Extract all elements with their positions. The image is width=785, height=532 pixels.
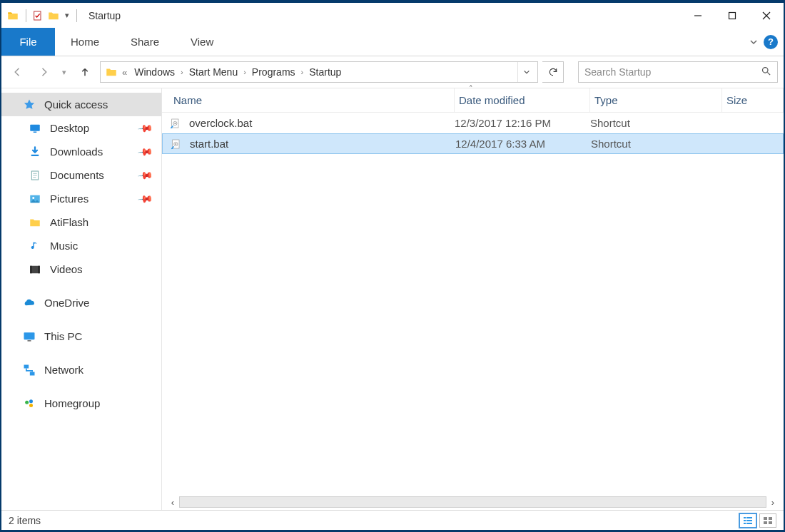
forward-button[interactable]	[33, 61, 54, 83]
star-icon	[21, 97, 37, 113]
monitor-icon	[21, 329, 37, 344]
column-size[interactable]: Size	[722, 88, 784, 112]
svg-point-31	[175, 143, 176, 145]
qat-newfolder-icon[interactable]	[46, 9, 61, 23]
nav-videos[interactable]: Videos	[1, 257, 161, 281]
music-icon	[27, 238, 43, 254]
search-box[interactable]	[578, 61, 778, 83]
nav-label: Music	[50, 240, 78, 252]
svg-rect-7	[30, 124, 40, 131]
up-button[interactable]	[74, 61, 96, 83]
pin-icon: 📌	[137, 120, 153, 136]
scroll-right-button[interactable]: ›	[766, 497, 779, 508]
address-dropdown[interactable]	[517, 62, 535, 82]
help-button[interactable]: ?	[764, 35, 778, 49]
address-bar[interactable]: « Windows › Start Menu › Programs › Star…	[100, 61, 538, 83]
pin-icon: 📌	[137, 167, 153, 183]
overflow-chevron-icon[interactable]: «	[122, 67, 127, 78]
window-title: Startup	[81, 10, 121, 21]
separator	[76, 9, 77, 22]
file-row[interactable]: overclock.bat 12/3/2017 12:16 PM Shortcu…	[162, 113, 784, 133]
qat-properties-icon[interactable]	[31, 9, 45, 23]
large-icons-view-button[interactable]	[759, 513, 776, 528]
shortcut-file-icon	[169, 117, 182, 130]
navigation-row: ▾ « Windows › Start Menu › Programs › St…	[1, 56, 784, 88]
back-button[interactable]	[7, 61, 29, 83]
refresh-button[interactable]	[542, 61, 564, 83]
qat-customize-dropdown[interactable]: ▾	[65, 11, 69, 20]
scroll-track[interactable]	[179, 496, 766, 508]
nav-downloads[interactable]: Downloads 📌	[1, 140, 161, 163]
folder-icon	[27, 215, 43, 230]
column-name[interactable]: Name	[169, 88, 455, 112]
minimize-button[interactable]	[681, 3, 715, 28]
file-name: overclock.bat	[189, 117, 252, 129]
file-tab[interactable]: File	[1, 28, 55, 56]
nav-label: AtiFlash	[50, 216, 88, 228]
svg-rect-19	[24, 332, 35, 339]
svg-rect-8	[34, 131, 37, 133]
file-row[interactable]: start.bat 12/4/2017 6:33 AM Shortcut	[162, 133, 784, 154]
nav-label: Homegroup	[44, 397, 100, 409]
file-rows[interactable]: overclock.bat 12/3/2017 12:16 PM Shortcu…	[162, 113, 784, 494]
nav-documents[interactable]: Documents 📌	[1, 163, 161, 187]
svg-rect-32	[744, 517, 746, 518]
nav-label: Desktop	[50, 122, 89, 134]
details-view-button[interactable]	[739, 513, 756, 528]
svg-rect-22	[30, 372, 35, 375]
nav-label: Downloads	[50, 145, 103, 158]
svg-rect-40	[764, 521, 767, 524]
search-icon[interactable]	[761, 66, 771, 78]
svg-rect-17	[30, 265, 31, 273]
file-list-area: ˄ Name Date modified Type Size overclock…	[162, 88, 784, 510]
horizontal-scrollbar[interactable]: ‹ ›	[162, 494, 784, 510]
scroll-left-button[interactable]: ‹	[166, 497, 179, 508]
nav-label: Pictures	[50, 193, 88, 205]
tab-home[interactable]: Home	[55, 28, 115, 56]
nav-label: Videos	[50, 263, 83, 275]
ribbon-expand-button[interactable]	[744, 28, 764, 56]
search-input[interactable]	[584, 66, 761, 78]
chevron-right-icon[interactable]: ›	[179, 68, 185, 76]
nav-onedrive[interactable]: OneDrive	[1, 291, 161, 314]
svg-point-25	[29, 404, 33, 407]
chevron-right-icon[interactable]: ›	[242, 68, 248, 76]
nav-label: Quick access	[44, 98, 108, 111]
tab-share[interactable]: Share	[115, 28, 175, 56]
nav-label: OneDrive	[44, 297, 89, 309]
nav-quick-access[interactable]: Quick access	[1, 93, 161, 116]
close-button[interactable]	[749, 3, 784, 28]
shortcut-file-icon	[170, 138, 183, 150]
nav-atiflash[interactable]: AtiFlash	[1, 210, 161, 234]
nav-homegroup[interactable]: Homegroup	[1, 392, 161, 415]
nav-network[interactable]: Network	[1, 358, 161, 382]
maximize-button[interactable]	[715, 3, 749, 28]
chevron-right-icon[interactable]: ›	[300, 68, 305, 76]
crumb-startup[interactable]: Startup	[305, 66, 345, 78]
title-bar: ▾ Startup	[1, 3, 784, 28]
recent-locations-dropdown[interactable]: ▾	[59, 61, 70, 83]
nav-music[interactable]: Music	[1, 234, 161, 257]
pictures-icon	[27, 191, 43, 207]
column-type[interactable]: Type	[590, 88, 722, 112]
svg-rect-39	[769, 517, 772, 520]
homegroup-icon	[21, 396, 37, 411]
download-icon	[27, 144, 43, 160]
svg-rect-36	[744, 523, 746, 524]
column-headers: ˄ Name Date modified Type Size	[162, 88, 784, 113]
nav-desktop[interactable]: Desktop 📌	[1, 116, 161, 140]
svg-point-23	[25, 400, 29, 404]
file-date: 12/4/2017 6:33 AM	[455, 138, 591, 150]
tab-view[interactable]: View	[175, 28, 229, 56]
svg-point-5	[763, 68, 769, 73]
crumb-startmenu[interactable]: Start Menu	[185, 66, 242, 78]
nav-label: This PC	[44, 330, 82, 342]
column-date[interactable]: Date modified	[455, 88, 590, 112]
nav-pictures[interactable]: Pictures 📌	[1, 187, 161, 210]
ribbon: File Home Share View ?	[1, 28, 784, 56]
crumb-programs[interactable]: Programs	[248, 66, 300, 78]
svg-rect-35	[746, 520, 752, 521]
crumb-windows[interactable]: Windows	[130, 66, 179, 78]
nav-this-pc[interactable]: This PC	[1, 324, 161, 348]
svg-rect-34	[744, 520, 746, 521]
